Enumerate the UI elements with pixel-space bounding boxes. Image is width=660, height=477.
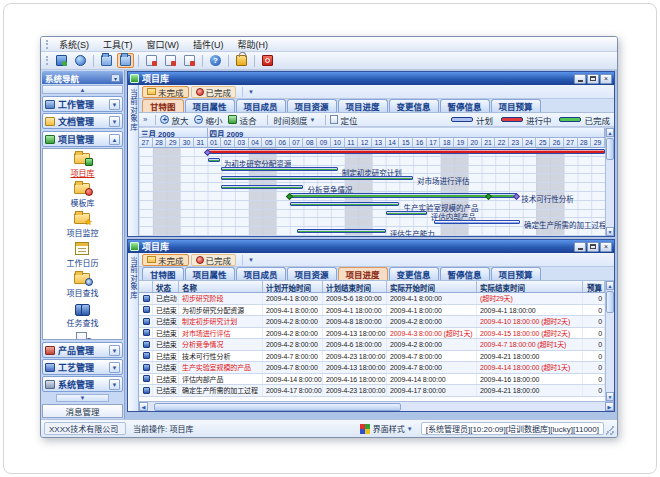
zoom-in-button[interactable]: + 放大 [160, 114, 188, 126]
table-vertical-scrollbar[interactable]: ▲ ▼ [605, 281, 614, 401]
table-row[interactable]: 已结束生产实验室规模的产品2009-4-7 8:00:002009-4-13 1… [139, 362, 605, 374]
gantt-bar[interactable] [208, 158, 220, 162]
filter-finished-button[interactable]: 已完成 [191, 86, 237, 98]
table-row[interactable]: 已结束分析竞争情况2009-4-2 8:00:002009-4-6 18:00:… [139, 339, 605, 351]
tab-甘特图[interactable]: 甘特图 [142, 99, 184, 112]
minimize-button[interactable] [574, 242, 586, 252]
scroll-down-icon[interactable]: ▼ [606, 392, 614, 401]
pin-icon[interactable]: ▾ [111, 74, 120, 82]
tab-甘特图[interactable]: 甘特图 [142, 267, 184, 280]
tab-项目资源[interactable]: 项目资源 [287, 99, 337, 112]
menu-item-2[interactable]: 窗口(W) [140, 37, 187, 52]
gantt-bar[interactable] [221, 185, 303, 189]
menu-item-0[interactable]: 系统(S) [52, 37, 96, 52]
locate-button[interactable]: 定位 [330, 114, 357, 126]
gantt-bar[interactable] [221, 176, 413, 180]
column-header-6[interactable]: 预算 [583, 281, 605, 292]
scroll-up-icon[interactable]: ▲ [606, 128, 614, 137]
scroll-left-icon[interactable]: ◀ [139, 402, 148, 411]
current-object-side-tab[interactable]: 当前对象库 [128, 85, 139, 236]
table-row[interactable]: 已启动初步研究阶段2009-4-1 8:00:002009-5-6 18:00:… [139, 293, 605, 305]
column-header-5[interactable]: 实际结束时间 [477, 281, 583, 292]
tab-项目属性[interactable]: 项目属性 [185, 267, 235, 280]
maximize-button[interactable] [587, 242, 599, 252]
chevron-down-icon[interactable]: ▼ [109, 99, 120, 110]
gantt-bar[interactable] [290, 193, 518, 197]
sidebar-item-lib[interactable]: 项目库 [71, 151, 95, 178]
tab-变更信息[interactable]: 变更信息 [389, 267, 439, 280]
filter-unfinished-button[interactable]: 未完成 [142, 254, 189, 266]
table-window-titlebar[interactable]: 项目库 × [128, 240, 614, 253]
sidebar-group-project[interactable]: 项目管理 ▲ [42, 131, 123, 147]
sidebar-group-产品管理[interactable]: 产品管理▼ [42, 342, 123, 358]
sidebar-item-task[interactable]: 任务查找 [67, 301, 99, 328]
menu-item-3[interactable]: 插件(U) [186, 37, 231, 52]
report-edit-button[interactable] [181, 53, 198, 68]
table-row[interactable]: 已结束确定生产所需的加工过程2009-4-17 8:00:002009-4-23… [139, 385, 605, 397]
scrollbar-thumb[interactable] [606, 291, 614, 313]
scroll-down-icon[interactable]: ▼ [606, 227, 614, 236]
sidebar-group-系统管理[interactable]: 系统管理▼ [42, 376, 123, 392]
chevron-down-icon[interactable]: ▼ [109, 379, 120, 390]
close-button[interactable]: × [600, 74, 612, 84]
current-object-side-tab[interactable]: 当前对象库 [128, 253, 139, 411]
browser-button[interactable] [72, 53, 89, 68]
column-header-3[interactable]: 计划结束时间 [323, 281, 387, 292]
sidebar-group-工艺管理[interactable]: 工艺管理▼ [42, 359, 123, 375]
folder-open-button[interactable] [117, 53, 134, 68]
tab-项目预算[interactable]: 项目预算 [491, 99, 541, 112]
fit-button[interactable]: 适合 [228, 114, 256, 126]
tab-项目成员[interactable]: 项目成员 [236, 267, 286, 280]
filter-unfinished-button[interactable]: 未完成 [142, 86, 189, 98]
table-row[interactable]: 已结束为初步研究分配资源2009-4-1 8:00:002009-4-1 18:… [139, 305, 605, 317]
sidebar-overflow-button[interactable]: ▼ [56, 394, 109, 402]
sidebar-group-文档管理[interactable]: 文档管理▼ [42, 113, 123, 129]
chevron-down-icon[interactable]: ▼ [407, 426, 413, 432]
gantt-bar[interactable] [434, 220, 520, 224]
table-row[interactable]: 已结束评估内部产品2009-4-14 8:00:002009-4-16 18:0… [139, 374, 605, 386]
gantt-bar[interactable] [297, 229, 386, 233]
table-row[interactable]: 已结束制定初步研究计划2009-4-2 8:00:002009-4-8 18:0… [139, 316, 605, 328]
scroll-up-icon[interactable]: ▲ [606, 281, 614, 290]
column-header-2[interactable]: 计划开始时间 [263, 281, 323, 292]
filter-finished-button[interactable]: 已完成 [191, 254, 237, 266]
tab-项目属性[interactable]: 项目属性 [185, 99, 235, 112]
gantt-bar[interactable] [290, 202, 400, 206]
report-button[interactable] [162, 53, 179, 68]
sidebar-collapse-button[interactable]: ▲ [42, 85, 123, 94]
table-row[interactable]: 已结束对市场进行评估2009-4-2 8:00:002009-4-13 18:0… [139, 328, 605, 340]
menu-item-4[interactable]: 帮助(H) [231, 37, 276, 52]
tab-项目资源[interactable]: 项目资源 [287, 267, 337, 280]
scrollbar-thumb[interactable] [154, 403, 401, 411]
column-header-1[interactable]: 名称 [179, 281, 263, 292]
chevron-down-icon[interactable]: ▼ [109, 362, 120, 373]
minimize-button[interactable] [574, 74, 586, 84]
more-filters-button[interactable]: ▼ [242, 255, 259, 265]
column-header-0[interactable]: 状态 [153, 281, 179, 292]
lock-button[interactable] [233, 53, 250, 68]
scrollbar-thumb[interactable] [606, 138, 614, 160]
sidebar-item-template[interactable]: 模板库 [71, 181, 95, 208]
sidebar-group-工作管理[interactable]: 工作管理▼ [42, 96, 123, 112]
workspace-button[interactable] [53, 53, 70, 68]
mail-send-button[interactable] [143, 53, 160, 68]
tab-暂停信息[interactable]: 暂停信息 [440, 99, 490, 112]
gantt-vertical-scrollbar[interactable]: ▲ ▼ [605, 128, 614, 236]
tab-项目进度[interactable]: 项目进度 [338, 267, 388, 280]
menu-item-1[interactable]: 工具(T) [96, 37, 140, 52]
column-header-4[interactable]: 实际开始时间 [387, 281, 477, 292]
message-management-tab[interactable]: 消息管理 [42, 404, 123, 418]
chevron-down-icon[interactable]: ▼ [109, 116, 120, 127]
scroll-right-icon[interactable]: ▶ [605, 402, 614, 411]
sidebar-item-monitor[interactable]: ★项目监控 [67, 211, 99, 238]
tab-项目进度[interactable]: 项目进度 [338, 99, 388, 112]
toolbar-overflow-icon[interactable]: » [143, 115, 147, 124]
close-button[interactable]: × [600, 242, 612, 252]
table-horizontal-scrollbar[interactable]: ◀ ▶ [139, 401, 614, 411]
tab-变更信息[interactable]: 变更信息 [389, 99, 439, 112]
gantt-bar[interactable] [221, 167, 338, 171]
help-button[interactable] [207, 53, 224, 68]
zoom-out-button[interactable]: − 缩小 [194, 114, 222, 126]
tab-暂停信息[interactable]: 暂停信息 [440, 267, 490, 280]
sidebar-item-docfind[interactable]: 项目文档查找 [59, 331, 107, 340]
